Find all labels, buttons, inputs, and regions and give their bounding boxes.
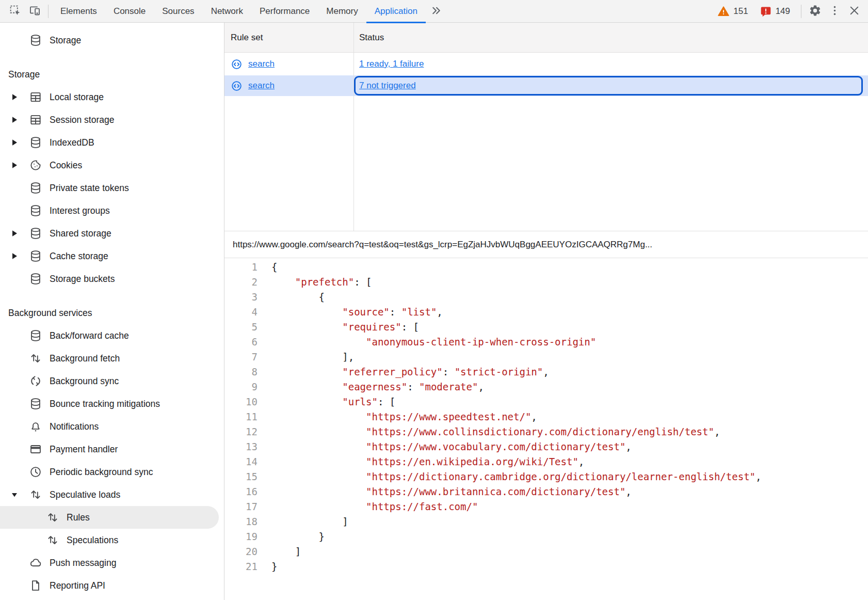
code-text: ], — [258, 350, 354, 365]
line-number[interactable]: 21 — [224, 559, 258, 574]
tab-network[interactable]: Network — [203, 0, 251, 23]
line-number[interactable]: 17 — [224, 499, 258, 514]
tab-sources[interactable]: Sources — [154, 0, 202, 23]
sidebar-item-payment-handler[interactable]: Payment handler — [0, 438, 224, 461]
rule-set-source-viewer[interactable]: 1{2 "prefetch": [3 {4 "source": "list",5… — [224, 258, 868, 600]
sidebar-item-push-messaging[interactable]: Push messaging — [0, 551, 224, 574]
sidebar-item-rules[interactable]: Rules — [0, 506, 219, 529]
sidebar-item-back-forward-cache[interactable]: Back/forward cache — [0, 324, 224, 347]
table-icon — [28, 90, 42, 104]
sidebar-item-private-state-tokens[interactable]: Private state tokens — [0, 177, 224, 199]
triangle-right-icon[interactable] — [7, 252, 28, 260]
line-number[interactable]: 2 — [224, 275, 258, 290]
device-toolbar-button[interactable] — [25, 2, 44, 21]
status-link[interactable]: 1 ready, 1 failure — [359, 59, 424, 69]
line-number[interactable]: 10 — [224, 394, 258, 409]
tab-console[interactable]: Console — [105, 0, 154, 23]
line-number[interactable]: 12 — [224, 424, 258, 439]
sidebar-item-indexeddb[interactable]: IndexedDB — [0, 131, 224, 154]
sync-icon — [28, 374, 42, 388]
line-number[interactable]: 9 — [224, 380, 258, 394]
line-number[interactable]: 8 — [224, 365, 258, 380]
code-line: 19 } — [224, 529, 868, 544]
code-line: 14 "https://en.wikipedia.org/wiki/Test", — [224, 454, 868, 469]
line-number[interactable]: 7 — [224, 350, 258, 365]
line-number[interactable]: 16 — [224, 484, 258, 499]
sidebar-item-notifications[interactable]: Notifications — [0, 415, 224, 438]
line-number[interactable]: 14 — [224, 454, 258, 469]
status-cell[interactable]: 1 ready, 1 failure — [354, 53, 868, 75]
toolbar-divider — [801, 5, 801, 18]
database-icon — [28, 227, 42, 241]
table-rows: search1 ready, 1 failuresearch7 not trig… — [224, 53, 868, 96]
rule-set-link[interactable]: search — [248, 81, 275, 91]
sidebar-item-session-storage[interactable]: Session storage — [0, 108, 224, 131]
triangle-right-icon[interactable] — [7, 230, 28, 237]
sidebar-item-speculations[interactable]: Speculations — [0, 529, 224, 551]
sidebar-item-background-sync[interactable]: Background sync — [0, 370, 224, 392]
line-number[interactable]: 11 — [224, 409, 258, 424]
line-number[interactable]: 20 — [224, 544, 258, 559]
more-options-button[interactable] — [825, 2, 844, 21]
line-number[interactable]: 19 — [224, 529, 258, 544]
triangle-right-icon[interactable] — [7, 116, 28, 123]
code-text: { — [258, 260, 277, 275]
status-cell[interactable]: 7 not triggered — [354, 75, 868, 96]
line-number[interactable]: 15 — [224, 469, 258, 484]
triangle-down-icon[interactable] — [7, 491, 28, 498]
triangle-right-icon[interactable] — [7, 93, 28, 101]
code-text: "requires": [ — [258, 320, 419, 335]
inspect-button[interactable] — [5, 2, 25, 21]
line-number[interactable]: 5 — [224, 320, 258, 335]
credit-card-icon — [28, 443, 42, 456]
code-text: "source": "list", — [258, 305, 443, 320]
sidebar-item-local-storage[interactable]: Local storage — [0, 86, 224, 108]
sidebar-item-storage-buckets[interactable]: Storage buckets — [0, 267, 224, 290]
line-number[interactable]: 13 — [224, 439, 258, 454]
sidebar-item-background-fetch[interactable]: Background fetch — [0, 347, 224, 370]
line-number[interactable]: 3 — [224, 290, 258, 305]
line-number[interactable]: 1 — [224, 260, 258, 275]
errors-badge[interactable]: 149 — [760, 5, 790, 18]
sidebar-item-label: Rules — [67, 512, 90, 523]
status-link[interactable]: 7 not triggered — [359, 81, 416, 91]
code-line: 21} — [224, 559, 868, 574]
sidebar-item-bounce-tracking-mitigations[interactable]: Bounce tracking mitigations — [0, 392, 224, 415]
line-number[interactable]: 4 — [224, 305, 258, 320]
more-tabs-button[interactable] — [427, 2, 446, 21]
sidebar-item-reporting-api[interactable]: Reporting API — [0, 574, 224, 597]
close-devtools-button[interactable] — [844, 2, 864, 21]
line-number[interactable]: 6 — [224, 335, 258, 350]
sidebar-item-shared-storage[interactable]: Shared storage — [0, 222, 224, 245]
rule-set-row[interactable]: search7 not triggered — [224, 75, 868, 96]
sidebar-item-storage[interactable]: Storage — [0, 29, 224, 52]
code-text: "referrer_policy": "strict-origin", — [258, 365, 549, 380]
warnings-badge[interactable]: 151 — [717, 5, 748, 18]
sidebar-item-speculative-loads[interactable]: Speculative loads — [0, 483, 224, 506]
code-text: "https://en.wikipedia.org/wiki/Test", — [258, 454, 584, 469]
rule-set-link[interactable]: search — [248, 59, 275, 69]
sidebar-item-cookies[interactable]: Cookies — [0, 154, 224, 177]
database-icon — [28, 397, 42, 411]
tab-performance[interactable]: Performance — [251, 0, 318, 23]
code-line: 4 "source": "list", — [224, 305, 868, 320]
code-text: "https://www.britannica.com/dictionary/t… — [258, 484, 632, 499]
database-icon — [28, 136, 42, 150]
toolbar-divider — [48, 5, 49, 18]
code-text: ] — [258, 544, 301, 559]
sidebar-item-cache-storage[interactable]: Cache storage — [0, 245, 224, 267]
sidebar-item-interest-groups[interactable]: Interest groups — [0, 199, 224, 222]
tab-application[interactable]: Application — [366, 0, 426, 23]
tab-memory[interactable]: Memory — [318, 0, 366, 23]
tab-elements[interactable]: Elements — [52, 0, 105, 23]
triangle-right-icon[interactable] — [7, 139, 28, 146]
code-line: 10 "urls": [ — [224, 394, 868, 409]
issue-badges: 151 149 — [717, 5, 790, 18]
settings-button[interactable] — [805, 2, 825, 21]
sidebar-item-periodic-background-sync[interactable]: Periodic background sync — [0, 461, 224, 483]
line-number[interactable]: 18 — [224, 514, 258, 529]
rule-set-row[interactable]: search1 ready, 1 failure — [224, 53, 868, 75]
triangle-right-icon[interactable] — [7, 162, 28, 169]
code-circle-icon — [231, 58, 243, 70]
database-icon — [28, 34, 42, 48]
